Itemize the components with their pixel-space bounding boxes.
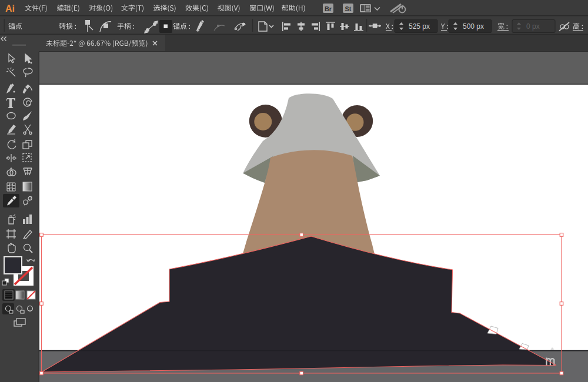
svg-text:500 px: 500 px <box>463 22 484 31</box>
svg-text:525 px: 525 px <box>409 22 430 31</box>
svg-text:Br: Br <box>325 5 332 12</box>
svg-text:0 px: 0 px <box>526 22 540 31</box>
svg-text:St: St <box>345 5 352 12</box>
svg-text:Ai: Ai <box>5 4 15 14</box>
